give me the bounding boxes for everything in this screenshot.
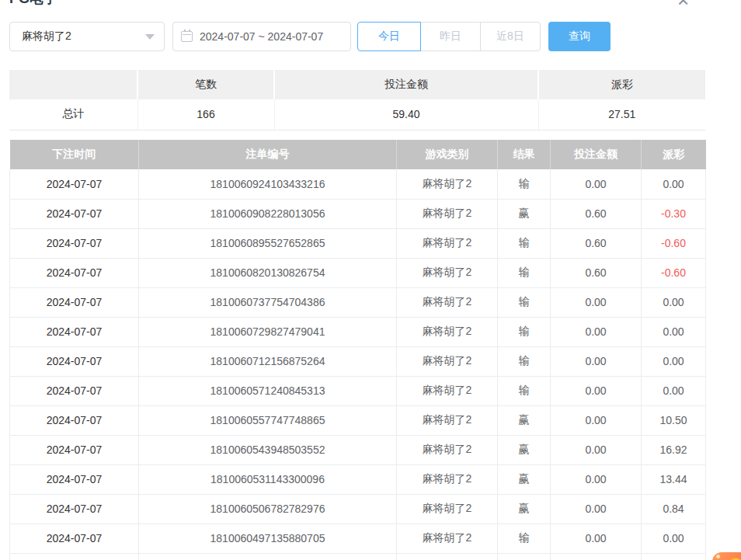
- cell-payout: 13.44: [642, 464, 706, 494]
- cell-payout: 16.92: [642, 435, 706, 464]
- quick-range-group: 今日 昨日 近8日: [357, 22, 541, 51]
- total-payout: 27.51: [538, 99, 705, 130]
- cell-bet-amount: 0.00: [551, 346, 642, 376]
- cell-bet-id: 1810060712156875264: [139, 346, 397, 376]
- cell-bet-time: 2024-07-07: [10, 464, 139, 494]
- cell-result: 输: [498, 169, 551, 199]
- cell-bet-id: 1810060571240845313: [139, 376, 397, 405]
- cell-bet-id: 1810060729827479041: [139, 317, 397, 346]
- cell-bet-time: 2024-07-07: [10, 287, 139, 317]
- col-header-bet-time: 下注时间: [10, 140, 139, 169]
- cell-bet-id: 1810060908228013056: [139, 199, 397, 228]
- chevron-down-icon: [145, 34, 155, 40]
- cell-bet-id: 1810060497135880705: [139, 523, 397, 553]
- table-row: 2024-07-07 1810060543948503552 麻将胡了2 赢 0…: [10, 435, 706, 464]
- cell-result: 输: [498, 317, 551, 346]
- table-row-partial: [10, 553, 706, 560]
- summary-header-blank: [9, 70, 137, 99]
- cell-bet-id: 1810060557747748865: [139, 405, 397, 435]
- date-range-value: 2024-07-07 ~ 2024-07-07: [200, 30, 323, 43]
- cell-bet-amount: 0.00: [551, 287, 642, 317]
- cell-bet-id: 1810060506782782976: [139, 494, 397, 523]
- cell-bet-time: 2024-07-07: [10, 199, 139, 228]
- col-header-bet-amount: 投注金额: [551, 140, 642, 169]
- bet-table: 下注时间 注单编号 游戏类别 结果 投注金额 派彩 2024-07-07 181…: [9, 140, 706, 560]
- date-range-input[interactable]: 2024-07-07 ~ 2024-07-07: [172, 22, 351, 51]
- partial-row-body: [10, 553, 706, 560]
- cell-result: 赢: [498, 199, 551, 228]
- table-row: 2024-07-07 1810060712156875264 麻将胡了2 输 0…: [10, 346, 706, 376]
- cell-result: 输: [498, 258, 551, 287]
- cell-bet-amount: 0.00: [551, 169, 642, 199]
- game-select-value: 麻将胡了2: [22, 30, 145, 43]
- total-bet-amount: 59.40: [274, 99, 538, 130]
- cell-result: 赢: [498, 494, 551, 523]
- cell-payout: 0.00: [642, 317, 706, 346]
- table-row: 2024-07-07 1810060895527652865 麻将胡了2 输 0…: [10, 228, 706, 258]
- cell-payout: -0.30: [642, 199, 706, 228]
- yesterday-button[interactable]: 昨日: [420, 22, 481, 51]
- cell-game-type: 麻将胡了2: [397, 317, 498, 346]
- last-8-days-button[interactable]: 近8日: [480, 22, 541, 51]
- cell-game-type: 麻将胡了2: [397, 169, 498, 199]
- cell-payout: 0.00: [642, 287, 706, 317]
- cell-bet-time: 2024-07-07: [10, 405, 139, 435]
- cell-game-type: 麻将胡了2: [397, 287, 498, 317]
- cell-bet-id: 1810060531143300096: [139, 464, 397, 494]
- cell-game-type: 麻将胡了2: [397, 494, 498, 523]
- cell-bet-time: 2024-07-07: [10, 258, 139, 287]
- summary-header-bet-amount: 投注金额: [274, 70, 538, 99]
- cell-result: 输: [498, 228, 551, 258]
- cell-bet-id: 1810060543948503552: [139, 435, 397, 464]
- search-button[interactable]: 查询: [548, 22, 611, 51]
- table-row: 2024-07-07 1810060729827479041 麻将胡了2 输 0…: [10, 317, 706, 346]
- cell-bet-time: 2024-07-07: [10, 169, 139, 199]
- cell-bet-time: 2024-07-07: [10, 435, 139, 464]
- game-select[interactable]: 麻将胡了2: [9, 22, 165, 51]
- cell-bet-amount: 0.60: [551, 258, 642, 287]
- table-row: 2024-07-07 1810060737754704386 麻将胡了2 输 0…: [10, 287, 706, 317]
- close-icon[interactable]: ×: [677, 0, 689, 10]
- table-row: 2024-07-07 1810060924103433216 麻将胡了2 输 0…: [10, 169, 706, 199]
- cell-bet-time: 2024-07-07: [10, 317, 139, 346]
- summary-total-row: 总计 166 59.40 27.51: [9, 99, 705, 130]
- bet-table-body: 2024-07-07 1810060924103433216 麻将胡了2 输 0…: [10, 169, 706, 553]
- calendar-icon: [181, 31, 193, 42]
- table-row: 2024-07-07 1810060820130826754 麻将胡了2 输 0…: [10, 258, 706, 287]
- total-count: 166: [137, 99, 274, 130]
- cell-bet-time: 2024-07-07: [10, 228, 139, 258]
- cell-bet-id: [139, 553, 397, 560]
- cell-bet-amount: 0.00: [551, 317, 642, 346]
- cell-result: 输: [498, 346, 551, 376]
- cell-bet-amount: 0.60: [551, 199, 642, 228]
- cell-payout: -0.60: [642, 228, 706, 258]
- cell-bet-time: 2024-07-07: [10, 523, 139, 553]
- cell-payout: 0.00: [642, 523, 706, 553]
- cell-payout: 10.50: [642, 405, 706, 435]
- cell-result: 输: [498, 523, 551, 553]
- cell-result: 输: [498, 376, 551, 405]
- bet-table-header-row: 下注时间 注单编号 游戏类别 结果 投注金额 派彩: [10, 140, 706, 169]
- notification-dot: [716, 555, 720, 558]
- cell-payout: -0.60: [642, 258, 706, 287]
- cell-payout: 0.00: [642, 169, 706, 199]
- col-header-game-type: 游戏类别: [397, 140, 498, 169]
- table-row: 2024-07-07 1810060506782782976 麻将胡了2 赢 0…: [10, 494, 706, 523]
- today-button[interactable]: 今日: [357, 22, 421, 51]
- cell-bet-amount: 0.00: [551, 464, 642, 494]
- cell-result: [498, 553, 551, 560]
- table-row: 2024-07-07 1810060908228013056 麻将胡了2 赢 0…: [10, 199, 706, 228]
- cell-game-type: 麻将胡了2: [397, 228, 498, 258]
- modal-title: PG电子: [9, 0, 57, 8]
- cell-bet-id: 1810060737754704386: [139, 287, 397, 317]
- table-row: 2024-07-07 1810060571240845313 麻将胡了2 输 0…: [10, 376, 706, 405]
- cell-game-type: 麻将胡了2: [397, 523, 498, 553]
- summary-table: 笔数 投注金额 派彩 总计 166 59.40 27.51: [9, 70, 705, 130]
- col-header-bet-id: 注单编号: [139, 140, 397, 169]
- table-row: 2024-07-07 1810060531143300096 麻将胡了2 赢 0…: [10, 464, 706, 494]
- cell-game-type: 麻将胡了2: [397, 376, 498, 405]
- cell-game-type: 麻将胡了2: [397, 199, 498, 228]
- floating-promo-button[interactable]: [712, 552, 741, 560]
- cell-payout: 0.00: [642, 376, 706, 405]
- cell-bet-id: 1810060924103433216: [139, 169, 397, 199]
